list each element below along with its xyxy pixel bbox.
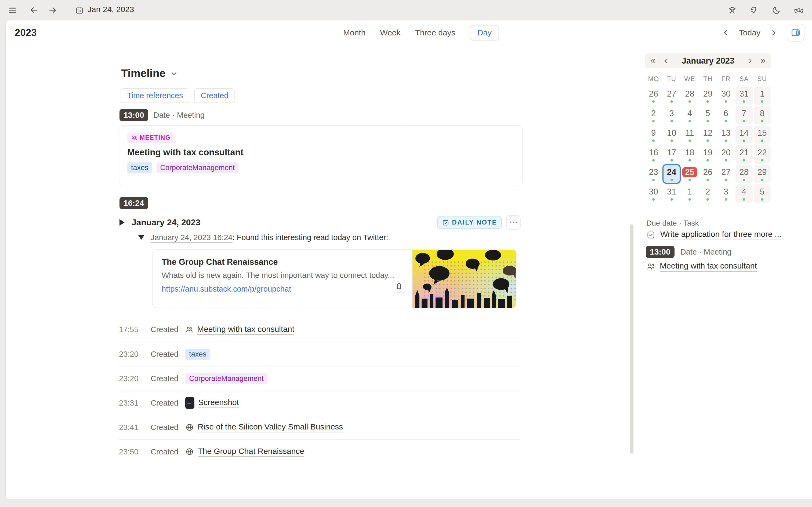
calendar-day-9[interactable]: 9 [645,125,662,145]
dark-mode-moon-icon[interactable] [772,6,781,15]
calendar-day-7[interactable]: 7 [735,106,752,124]
next-year-icon[interactable] [759,57,767,65]
calendar-day-10[interactable]: 10 [662,125,680,145]
day-number: 28 [740,167,749,177]
ai-sparkle-arrow-icon[interactable] [750,6,759,15]
tag-taxes[interactable]: taxes [185,349,210,360]
filter-chip-created[interactable]: Created [194,88,235,103]
calendar-day-1[interactable]: 1 [681,184,699,203]
calendar-day-1[interactable]: 1 [754,87,771,105]
calendar-day-30[interactable]: 30 [645,184,662,203]
task-title-link[interactable]: Write application for three more ... [660,230,781,240]
event-dot [689,120,691,122]
tag-taxes[interactable]: taxes [127,162,152,173]
calendar-day-23[interactable]: 23 [645,164,662,184]
tab-day[interactable]: Day [470,25,499,41]
calendar-day-16[interactable]: 16 [645,145,662,164]
event-dot [652,100,655,103]
link-preview-card[interactable]: The Group Chat Renaissance Whats old is … [152,249,516,308]
event-dot [706,120,709,122]
day-number: 26 [703,167,712,177]
card-stack-icon[interactable] [794,6,804,15]
task-checkbox-icon[interactable] [646,230,655,239]
day-number: 6 [724,108,728,119]
calendar-day-27[interactable]: 27 [717,164,735,184]
today-button[interactable]: Today [739,28,760,37]
link-card-description: Whats old is new again. The most importa… [162,271,403,280]
link-card-url[interactable]: https://anu.substack.com/p/groupchat [162,285,403,293]
calendar-day-5[interactable]: 5 [754,184,771,203]
day-number: 3 [724,187,728,197]
forward-arrow-icon[interactable] [48,5,57,15]
calendar-day-4[interactable]: 4 [681,105,699,125]
calendar-day-3[interactable]: 3 [662,105,680,125]
tab-three-days[interactable]: Three days [415,28,455,37]
calendar-day-30[interactable]: 30 [717,86,735,105]
event-dot [761,159,763,162]
more-options-button[interactable] [506,215,521,230]
calendar-day-25[interactable]: 25 [681,164,699,184]
link-card-thumbnail-image [412,250,516,308]
calendar-day-15[interactable]: 15 [754,125,771,144]
day-number: 19 [703,148,712,158]
created-action-label: Created [151,423,178,432]
tag-corporatemanagement[interactable]: CorporateManagement [157,162,239,173]
meeting-event-card[interactable]: MEETING Meeting with tax consultant taxe… [119,125,522,185]
calendar-day-18[interactable]: 18 [681,145,699,164]
calendar-day-5[interactable]: 5 [699,105,717,125]
back-arrow-icon[interactable] [29,5,39,15]
calendar-day-26[interactable]: 26 [645,86,662,105]
calendar-day-24[interactable]: 24 [662,164,680,184]
sidebar-meeting-title-link[interactable]: Meeting with tax consultant [660,261,757,272]
daily-note-title[interactable]: January 24, 2023 [132,218,200,227]
next-day-icon[interactable] [770,29,778,37]
copy-link-button[interactable] [393,280,405,293]
calendar-day-13[interactable]: 13 [717,125,735,145]
current-date-button[interactable]: 31 Jan 24, 2023 [75,5,134,15]
created-item-link[interactable]: Rise of the Silicon Valley Small Busines… [198,422,343,433]
created-item-link[interactable]: Meeting with tax consultant [197,325,294,335]
timeline-heading[interactable]: Timeline [121,67,178,80]
calendar-day-28[interactable]: 28 [735,165,752,183]
calendar-day-17[interactable]: 17 [662,145,680,164]
calendar-day-12[interactable]: 12 [699,125,717,145]
calendar-day-29[interactable]: 29 [699,86,717,105]
calendar-day-21[interactable]: 21 [735,145,752,164]
calendar-day-20[interactable]: 20 [717,145,735,164]
calendar-day-27[interactable]: 27 [662,86,680,105]
tag-corporatemanagement[interactable]: CorporateManagement [185,373,267,384]
calendar-day-31[interactable]: 31 [662,184,680,203]
previous-month-icon[interactable] [662,57,670,65]
collapse-triangle-icon[interactable] [119,219,124,226]
calendar-day-19[interactable]: 19 [699,145,717,164]
calendar-day-3[interactable]: 3 [717,184,735,203]
calendar-day-31[interactable]: 31 [735,87,752,105]
tab-month[interactable]: Month [343,28,365,37]
menu-icon[interactable] [8,6,17,15]
calendar-day-11[interactable]: 11 [681,125,699,145]
sidebar-toggle-button[interactable] [787,24,805,42]
tab-week[interactable]: Week [380,28,400,37]
filter-chip-time-references[interactable]: Time references [120,88,189,103]
calendar-day-2[interactable]: 2 [699,184,717,203]
calendar-day-29[interactable]: 29 [754,165,771,183]
scrollbar-thumb[interactable] [630,224,633,454]
calendar-day-28[interactable]: 28 [681,86,699,105]
next-month-icon[interactable] [747,57,754,65]
calendar-day-6[interactable]: 6 [717,105,735,125]
calendar-day-2[interactable]: 2 [645,105,662,125]
academy-icon[interactable] [728,6,737,15]
calendar-day-8[interactable]: 8 [754,106,771,124]
globe-icon [185,447,194,456]
expand-triangle-icon[interactable] [138,235,144,240]
calendar-day-4[interactable]: 4 [735,184,752,203]
previous-year-icon[interactable] [649,57,657,65]
calendar-day-14[interactable]: 14 [735,125,752,144]
created-item-link[interactable]: The Group Chat Renaissance [198,447,304,457]
calendar-day-22[interactable]: 22 [754,145,771,164]
timestamp-link[interactable]: January 24, 2023 16:24 [151,233,233,243]
day-number: 31 [740,89,749,99]
created-item-link[interactable]: Screenshot [198,398,239,408]
calendar-day-26[interactable]: 26 [699,164,717,184]
previous-day-icon[interactable] [722,29,730,37]
